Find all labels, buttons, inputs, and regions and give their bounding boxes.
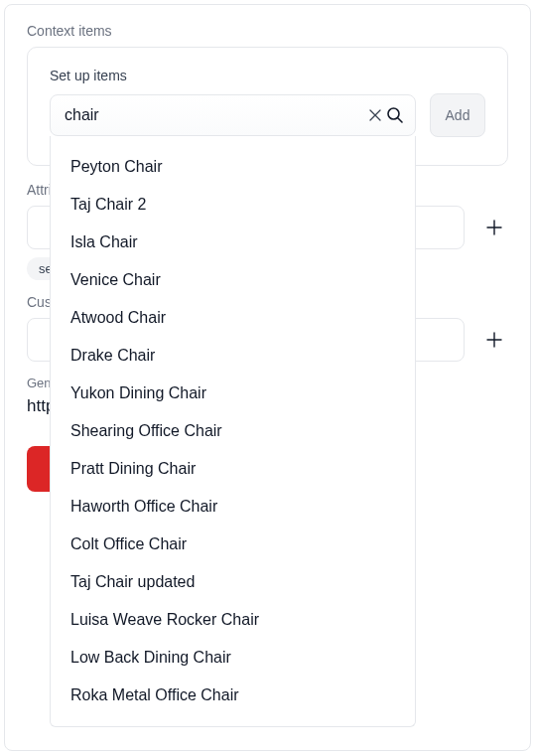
dropdown-item[interactable]: Peyton Chair	[51, 148, 415, 186]
attributes-add-button[interactable]	[480, 214, 508, 241]
dropdown-item[interactable]: Atwood Chair	[51, 299, 415, 337]
dropdown-item[interactable]: Yukon Dining Chair	[51, 375, 415, 412]
dropdown-item[interactable]: Taj Chair updated	[51, 563, 415, 601]
page-container: Context items Set up items Peyton ChairT…	[4, 4, 531, 751]
dropdown-item[interactable]: Luisa Weave Rocker Chair	[51, 601, 415, 639]
search-icon[interactable]	[385, 105, 405, 125]
add-button[interactable]: Add	[430, 93, 485, 137]
search-input[interactable]	[65, 106, 365, 124]
setup-items-label: Set up items	[50, 68, 485, 83]
search-dropdown[interactable]: Peyton ChairTaj Chair 2Isla ChairVenice …	[50, 136, 416, 727]
svg-point-0	[388, 108, 399, 119]
dropdown-item[interactable]: Haworth Office Chair	[51, 488, 415, 526]
custom-add-button[interactable]	[480, 326, 508, 354]
dropdown-item[interactable]: Shearing Office Chair	[51, 412, 415, 450]
search-row: Peyton ChairTaj Chair 2Isla ChairVenice …	[50, 93, 485, 137]
dropdown-item[interactable]: Isla Chair	[51, 224, 415, 261]
dropdown-item[interactable]: Venice Chair	[51, 261, 415, 299]
dropdown-item[interactable]: Pratt Dining Chair	[51, 450, 415, 488]
search-container: Peyton ChairTaj Chair 2Isla ChairVenice …	[50, 94, 416, 136]
context-card: Set up items Peyton ChairTaj Chair 2Isla…	[27, 47, 508, 166]
clear-icon[interactable]	[365, 105, 385, 125]
dropdown-item[interactable]: Taj Chair 2	[51, 186, 415, 224]
dropdown-item[interactable]: Low Back Dining Chair	[51, 639, 415, 677]
dropdown-item[interactable]: Colt Office Chair	[51, 526, 415, 563]
context-items-label: Context items	[27, 23, 508, 39]
search-box[interactable]	[50, 94, 416, 136]
dropdown-item[interactable]: Roka Metal Office Chair	[51, 677, 415, 714]
dropdown-item[interactable]: Drake Chair	[51, 337, 415, 375]
